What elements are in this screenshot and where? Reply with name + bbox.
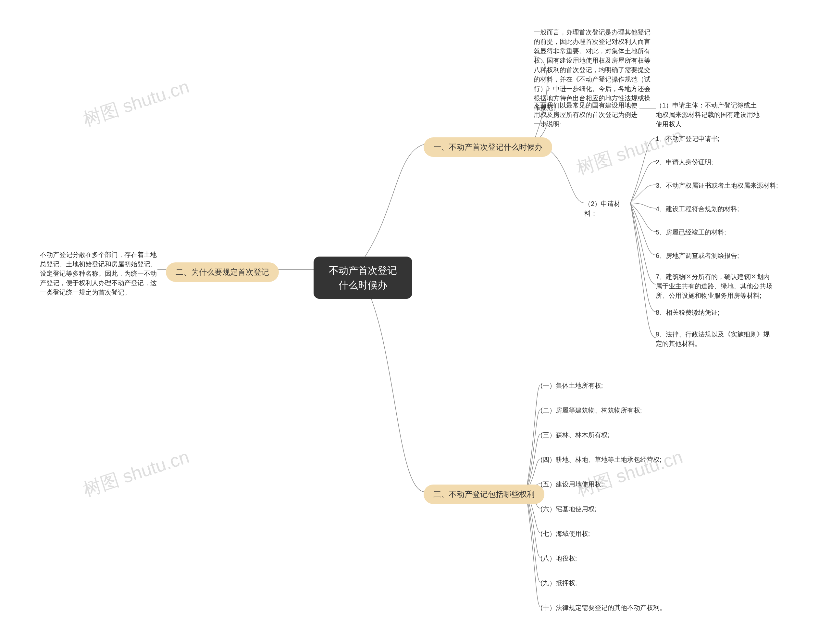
b2-note: 不动产登记分散在多个部门，存在着土地总登记、土地初始登记和房屋初始登记、设定登记… [40, 250, 158, 297]
b3-item-8: (八）地役权; [540, 553, 577, 563]
b1-material-6: 6、房地产调查或者测绘报告; [656, 251, 739, 260]
branch-2[interactable]: 二、为什么要规定首次登记 [166, 262, 279, 282]
b1-applicant: （1）申请主体：不动产登记簿或土地权属来源材料记载的国有建设用地使用权人 [656, 101, 763, 129]
edge-layer [0, 0, 831, 644]
branch-1[interactable]: 一、不动产首次登记什么时候办 [423, 137, 552, 157]
b3-item-4: (四）耕地、林地、草地等土地承包经营权; [540, 455, 661, 464]
b1-material-3: 3、不动产权属证书或者土地权属来源材料; [656, 180, 778, 190]
b3-item-6: (六）宅基地使用权; [540, 504, 596, 514]
b3-item-7: (七）海域使用权; [540, 529, 590, 539]
b1-material-7: 7、建筑物区分所有的，确认建筑区划内属于业主共有的道路、绿地、其他公共场所、公用… [656, 272, 772, 300]
b3-item-3: (三）森林、林木所有权; [540, 430, 609, 440]
b1-material-9: 9、法律、行政法规以及《实施细则》规定的其他材料。 [656, 330, 772, 349]
b3-item-10: (十）法律规定需要登记的其他不动产权利。 [540, 603, 666, 612]
b1-material-5: 5、房屋已经竣工的材料; [656, 227, 726, 237]
b1-material-2: 2、申请人身份证明; [656, 157, 713, 167]
root-node[interactable]: 不动产首次登记什么时候办 [314, 257, 412, 299]
mindmap-canvas: 树图 shutu.cn 树图 shutu.cn 树图 shutu.cn 树图 s… [0, 0, 831, 644]
b3-item-2: (二）房屋等建筑物、构筑物所有权; [540, 405, 642, 415]
b1-material-1: 1、不动产登记申请书; [656, 134, 720, 143]
b1-materials-label: （2）申请材料： [584, 199, 633, 218]
b1-note-general: 一般而言，办理首次登记是办理其他登记的前提，因此办理首次登记对权利人而言就显得非… [534, 28, 654, 112]
b3-item-1: (一）集体土地所有权; [540, 381, 603, 391]
b3-item-5: (五）建设用地使用权; [540, 479, 603, 489]
b3-item-9: (九）抵押权; [540, 578, 577, 588]
b1-material-4: 4、建设工程符合规划的材料; [656, 204, 739, 214]
branch-3[interactable]: 三、不动产登记包括哪些权利 [423, 485, 544, 504]
b1-material-8: 8、相关税费缴纳凭证; [656, 308, 720, 317]
b1-note-example: 下面我们以最常见的国有建设用地使用权及房屋所有权的首次登记为例进一步说明: [534, 101, 641, 129]
